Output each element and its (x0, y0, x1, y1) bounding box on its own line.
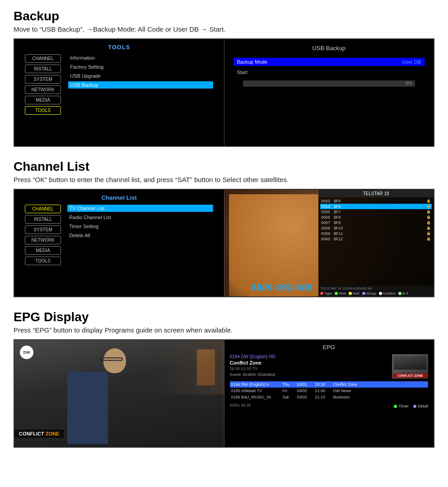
ch-num-0057: 0057 (321, 220, 334, 225)
ch-row-0055[interactable]: 0055 $F7 🔒 (320, 209, 432, 215)
nav-install[interactable]: INSTALL (25, 65, 61, 73)
usb-backup-panel: USB Backup Backup Mode User DB Start 0% (224, 39, 434, 146)
ch-icon-0054: 🔒 (426, 204, 431, 209)
legend-confirm: Confirm (379, 291, 396, 295)
epg-footer-detail: Detail (413, 404, 428, 408)
tools-nav: CHANNEL INSTALL SYSTEM NETWORK MEDIA TOO… (25, 54, 61, 115)
epg-footer-timer: Timer (394, 404, 409, 408)
epg-thumb-label: CONFLICT ZONE (393, 374, 427, 378)
cl-nav-network[interactable]: NETWORK (25, 236, 61, 244)
nav-network[interactable]: NETWORK (25, 85, 61, 94)
legend-az: A-Z (398, 291, 408, 295)
epg-time-value: 28:30-21:00 (230, 366, 252, 371)
usb-progress-bar: 0% (243, 80, 415, 87)
ch-name-0057: $F9 (334, 220, 426, 225)
ch-row-0054[interactable]: 0054 $F6 🔒 (320, 204, 432, 209)
tools-item-factory[interactable]: Factory Setting (68, 63, 213, 70)
glasses (98, 357, 123, 361)
dot-detail (413, 405, 416, 408)
nav-tools[interactable]: TOOLS (25, 106, 61, 115)
backup-description: Move to “USB Backup”. →Backup Mode: All … (14, 25, 434, 33)
tools-item-information[interactable]: Information (68, 54, 213, 61)
cl-items: TV Channel List Radio Channel List Timer… (67, 205, 213, 265)
legend-sort-label: Sort (353, 291, 359, 295)
epg-footer: Timer Detail (394, 404, 428, 408)
ch-num-0054: 0054 (321, 204, 334, 209)
body-shape (67, 372, 108, 444)
ch-num-0056: 0056 (321, 215, 334, 220)
cl-nav-tools[interactable]: TOOLS (25, 257, 61, 265)
tools-menu-title: TOOLS (108, 44, 131, 51)
tools-item-backup[interactable]: USB Backup (68, 81, 213, 89)
epg-program-title: Conflict Zone (230, 360, 388, 365)
cl-item-delete[interactable]: Delete All (67, 232, 213, 239)
cl-item-timer[interactable]: Timer Setting (67, 223, 213, 230)
backup-title: Backup (14, 9, 434, 23)
epg-row1-ch: 0195 Ahlebait TV (231, 389, 281, 393)
cl-nav: CHANNEL INSTALL SYSTEM NETWORK MEDIA TOO… (25, 205, 61, 265)
telstar-overlay: TELSTAR 18 0053 $F5 🔒 0054 $F6 🔒 (318, 190, 434, 296)
nav-media[interactable]: MEDIA (25, 96, 61, 104)
channel-list-title: Channel List (14, 159, 434, 174)
tools-item-upgrade[interactable]: USB Upgrade (68, 72, 213, 80)
ch-name-0054: $F6 (334, 204, 426, 209)
epg-row-1[interactable]: 0195 Ahlebait TV Fri 03/02 21:00 DW News (230, 388, 429, 394)
tools-layout: CHANNEL INSTALL SYSTEM NETWORK MEDIA TOO… (25, 54, 213, 115)
epg-row2-day: Sat (283, 395, 295, 399)
ch-row-0056[interactable]: 0056 $F8 🔒 (320, 215, 432, 220)
ch-row-0053[interactable]: 0053 $F5 🔒 (320, 198, 432, 204)
dot-timer (394, 405, 397, 408)
dot-group (362, 292, 365, 295)
epg-row-2[interactable]: 0196 B4U_MUSIC_IN Sat 03/03 21:15 Busine… (230, 394, 429, 400)
cl-nav-media[interactable]: MEDIA (25, 246, 61, 255)
epg-row-0[interactable]: 0194 DW (English) H Thu 03/01 20:30 Conf… (230, 381, 429, 388)
ch-name-0056: $F8 (334, 215, 426, 220)
ch-name-0053: $F5 (334, 199, 426, 203)
cl-nav-install[interactable]: INSTALL (25, 215, 61, 224)
cl-nav-channel[interactable]: CHANNEL (25, 205, 61, 213)
epg-detail-label: Detail (418, 404, 428, 408)
usb-progress-pct: 0% (406, 80, 412, 87)
usb-backup-mode-row: Backup Mode User DB (233, 58, 425, 66)
cl-item-radio[interactable]: Radio Channel List (67, 214, 213, 221)
usb-title: USB Backup (233, 45, 425, 52)
dw-logo: DW (20, 346, 33, 359)
legend-group: Group (362, 291, 376, 295)
dw-logo-text: DW (23, 350, 30, 355)
nav-system[interactable]: SYSTEM (25, 75, 61, 84)
nav-channel[interactable]: CHANNEL (25, 54, 61, 63)
ch-row-0059[interactable]: 0059 $F11 🔒 (320, 231, 432, 236)
epg-video-panel: DW CONFLICT ZONE (14, 340, 224, 447)
ch-num-0058: 0058 (321, 226, 334, 230)
cl-item-tv[interactable]: TV Channel List (67, 205, 213, 212)
dot-sort (349, 292, 352, 295)
tools-items: Information Factory Setting USB Upgrade … (68, 54, 213, 115)
usb-backup-mode-value: User DB (402, 59, 421, 65)
epg-sub-time: 03/01 20:35 (230, 403, 252, 407)
epg-row2-time: 21:15 (315, 395, 331, 399)
telstar-panel: ctv 中國電視 TELSTAR 18 0053 $F5 🔒 0054 $F6 (224, 190, 434, 296)
telstar-channel-list: 0053 $F5 🔒 0054 $F6 🔒 0055 $F7 🔒 (318, 197, 434, 286)
ch-num-0055: 0055 (321, 210, 334, 214)
ch-icon-0058: 🔒 (426, 226, 431, 230)
epg-table: 0194 DW (English) H Thu 03/01 20:30 Conf… (230, 381, 429, 400)
epg-section: EPG Display Press “EPG” button to displa… (14, 310, 434, 448)
epg-program-desc: Guest: Ibrahim Ghandour (230, 372, 388, 378)
backup-screenshots: TOOLS CHANNEL INSTALL SYSTEM NETWORK MED… (14, 38, 434, 147)
epg-row2-ch: 0196 B4U_MUSIC_IN (231, 395, 281, 399)
epg-screenshots: DW CONFLICT ZONE EPG 0194 DW (English) H… (14, 339, 434, 448)
ch-row-0057[interactable]: 0057 $F9 🔒 (320, 220, 432, 225)
epg-video-screen: DW CONFLICT ZONE (14, 340, 224, 447)
epg-thumb-person (394, 356, 426, 370)
ch-icon-0055: 🔒 (426, 210, 431, 214)
epg-program-time: 28:30-21:00 TV (230, 366, 388, 371)
epg-row0-date: 03/01 (297, 382, 313, 387)
epg-row1-day: Fri (283, 389, 295, 393)
ch-row-0060[interactable]: 0060 $F12 🔒 (320, 236, 432, 242)
usb-start-label[interactable]: Start (233, 69, 425, 76)
tools-menu: TOOLS CHANNEL INSTALL SYSTEM NETWORK MED… (14, 39, 224, 146)
ch-row-0058[interactable]: 0058 $F10 🔒 (320, 225, 432, 231)
cl-nav-system[interactable]: SYSTEM (25, 225, 61, 234)
channel-list-menu: Channel List CHANNEL INSTALL SYSTEM NETW… (14, 190, 224, 296)
ch-icon-0056: 🔒 (426, 215, 431, 220)
